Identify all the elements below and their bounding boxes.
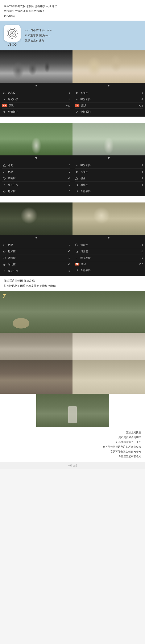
saturation-icon-r2 xyxy=(74,170,79,174)
settings-list-3-right: 清晰度 +3 对比度 -1 曝光补偿 +6 A6 预设 +12 xyxy=(72,240,145,275)
temp-icon xyxy=(2,170,6,174)
saturation-label-r2: 拍和度 xyxy=(80,170,140,174)
edit-panel-3-left: ▼ 色温 -2 饱和度 -3 清晰 xyxy=(0,202,72,276)
exposure-label2: 曝光补偿 xyxy=(8,183,68,187)
bottom-arrow-1: ▼ xyxy=(0,83,72,88)
reset-icon-r2 xyxy=(74,189,79,194)
setting-exposure-r: 曝光补偿 +4 xyxy=(74,96,143,103)
setting-reset-r2: 全部撤消 xyxy=(74,188,143,194)
svg-marker-9 xyxy=(3,257,6,259)
settings-list-2-left: 色调 3 色温 -2 清晰度 -7 xyxy=(0,161,72,196)
setting-sharpen-r2: 锐化 +3 xyxy=(74,175,143,182)
exposure-icon xyxy=(2,97,6,102)
comp-photo-flowers-before xyxy=(0,333,72,360)
setting-preset-c4: C4 预设 +12 xyxy=(2,103,70,108)
preset-badge-c4: C4 xyxy=(2,104,7,107)
settings-list-1-left: 饱和度 6 曝光补偿 +4 C4 预设 +12 全部撤消 xyxy=(0,88,72,116)
reset-label: 全部撤消 xyxy=(8,110,70,114)
intro-section: 家我对清晨要欢愉冷淡风 也有跟多宝贝 这次 教程就出个慢冷淡风调色教程啦！ 希行… xyxy=(0,0,145,20)
setting-exposure3: 曝光补偿 +6 xyxy=(2,268,70,274)
exposure-label: 曝光补偿 xyxy=(8,98,68,101)
photo-bag-warm xyxy=(72,202,145,235)
exposure-value2: +3 xyxy=(68,183,70,186)
clarity-label-r3: 清晰度 xyxy=(80,243,140,247)
comparison-grid-top xyxy=(0,333,145,360)
vsco-app-name: VSCO xyxy=(8,43,17,46)
footer: © 樱桃远 xyxy=(0,462,145,469)
edit-panel-2-right: ▼ 曝光补偿 +3 拍和度 -3 锐化 +3 xyxy=(72,123,145,196)
exposure-label3: 曝光补偿 xyxy=(8,269,68,273)
settings-list-2-right: 曝光补偿 +3 拍和度 -3 锐化 +3 对比度 xyxy=(72,161,145,196)
temp-label: 色温 xyxy=(8,170,68,174)
saturation-icon xyxy=(2,91,6,95)
setting-saturation-r2: 拍和度 -3 xyxy=(74,169,143,175)
exposure-icon3 xyxy=(2,269,6,273)
vsco-desc-line2: 不知道它的 因为vsco xyxy=(25,33,52,38)
edit-panel-2-left: ▼ 色调 3 色温 -2 xyxy=(0,123,72,196)
large-photo-strip: 7 xyxy=(0,291,145,333)
vsco-desc-line1: vsco这小软件估计没人 xyxy=(25,28,52,33)
preset-badge-a6: A6 xyxy=(74,263,80,266)
temp-value3: -2 xyxy=(68,244,70,246)
setting-preset-a6: A6 预设 +12 xyxy=(74,261,143,267)
reset-icon-r xyxy=(74,110,79,114)
exposure-icon-r2 xyxy=(74,163,79,168)
vsco-section: VSCO vsco这小软件估计没人 不知道它的 因为vsco 就是如此有魅力 xyxy=(0,20,145,50)
bottom-section: 直接上对比图 是不是效果会更明显 可不要随意就丢一张图 有可能你觉得是废片 说不… xyxy=(0,427,145,462)
exposure-label-r3: 曝光补偿 xyxy=(80,256,140,260)
clarity-icon-r3 xyxy=(74,243,79,247)
photo-girl-faded xyxy=(72,123,145,156)
bottom-spacer xyxy=(0,427,70,462)
setting-contrast3: 对比度 -1 xyxy=(2,261,70,268)
spacer-2 xyxy=(0,196,145,202)
edit-row-2: ▼ 色调 3 色温 -2 xyxy=(0,123,145,196)
saturation-value-r: -6 xyxy=(140,91,143,94)
sharpen-icon-r2 xyxy=(74,176,79,180)
saturation-label-r: 饱和度 xyxy=(80,91,140,95)
contrast-label-r2: 对比度 xyxy=(80,183,140,187)
preset-label-a6: 预设 xyxy=(81,262,139,266)
svg-marker-10 xyxy=(76,244,78,246)
intro-line1: 家我对清晨要欢愉冷淡风 也有跟多宝贝 这次 xyxy=(4,4,141,8)
bottom-line4: 有可能你觉得是废片 说不定你修改 xyxy=(72,444,141,449)
clarity-label3: 清晰度 xyxy=(8,256,68,260)
exposure-icon2 xyxy=(2,183,6,187)
comparison-line2: 拍冷淡风格的图重点就是需要把饱和度降低 xyxy=(4,283,141,288)
comp-dark-overlay xyxy=(0,360,72,394)
exposure-value-r3: +6 xyxy=(140,256,143,260)
setting-contrast-r3: 对比度 -1 xyxy=(74,248,143,255)
bottom-line5: 它就可能会发生奇迹 哈哈哈 xyxy=(72,449,141,454)
saturation-icon2 xyxy=(2,189,6,194)
setting-reset: 全部撤消 xyxy=(2,108,70,115)
setting-preset-c4-r: C4 预设 +12 xyxy=(74,103,143,108)
reset-label-r2: 全部撤消 xyxy=(80,190,143,193)
setting-temp: 色温 -2 xyxy=(2,169,70,175)
saturation-value3: -3 xyxy=(68,250,70,253)
contrast-icon-r2 xyxy=(74,183,79,187)
comp-photo-flowers-after xyxy=(72,333,145,360)
exposure-value-r2: +3 xyxy=(140,164,143,167)
preset-value-r: +12 xyxy=(139,104,143,107)
bottom-line3: 可不要随意就丢一张图 xyxy=(72,440,141,445)
exposure-icon-r3 xyxy=(74,256,79,260)
comparison-line1: 仔细看这三幅图 你会发现 xyxy=(4,278,141,283)
clarity-icon3 xyxy=(2,256,6,260)
edit-panel-1-left: ▼ 饱和度 6 曝光补偿 +4 C4 预设 +12 xyxy=(0,50,72,116)
edit-panel-3-right: ▼ 清晰度 +3 对比度 -1 曝光补偿 +6 xyxy=(72,202,145,276)
reset-label-r3: 全部撤消 xyxy=(80,269,143,272)
saturation-value-r2: -3 xyxy=(140,170,143,173)
svg-marker-6 xyxy=(3,177,6,180)
footer-text: © 樱桃远 xyxy=(68,464,77,467)
reset-icon xyxy=(2,110,6,114)
vsco-app-icon[interactable] xyxy=(4,25,20,42)
girl-figure xyxy=(68,406,77,423)
contrast-value-r3: -1 xyxy=(140,250,143,253)
setting-temp3: 色温 -2 xyxy=(2,242,70,248)
saturation-icon-r xyxy=(74,91,79,95)
setting-saturation3: 饱和度 -3 xyxy=(2,248,70,255)
clarity-value: -7 xyxy=(68,177,70,180)
saturation-label3: 饱和度 xyxy=(8,250,68,253)
setting-contrast-r2: 对比度 -3 xyxy=(74,182,143,188)
bottom-arrow-3l: ▼ xyxy=(0,235,72,240)
large-photo-bg: 7 xyxy=(0,291,145,333)
